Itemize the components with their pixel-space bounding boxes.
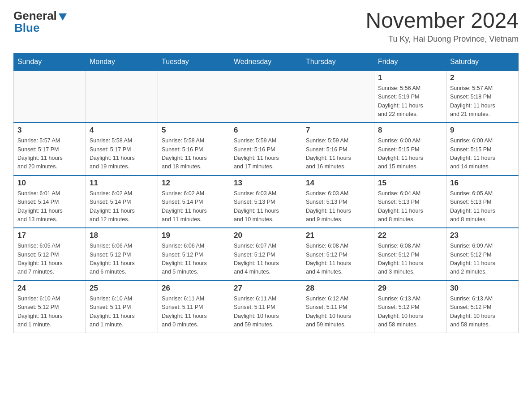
day-number: 24 [17, 284, 82, 293]
calendar-cell: 3Sunrise: 5:57 AMSunset: 5:17 PMDaylight… [14, 123, 86, 176]
calendar-week-row: 24Sunrise: 6:10 AMSunset: 5:12 PMDayligh… [14, 281, 519, 333]
calendar-cell: 13Sunrise: 6:03 AMSunset: 5:13 PMDayligh… [230, 176, 302, 228]
calendar-cell: 25Sunrise: 6:10 AMSunset: 5:11 PMDayligh… [86, 281, 158, 333]
calendar-cell: 23Sunrise: 6:09 AMSunset: 5:12 PMDayligh… [446, 228, 519, 281]
calendar-table: SundayMondayTuesdayWednesdayThursdayFrid… [13, 53, 519, 334]
day-number: 23 [450, 231, 515, 240]
day-number: 11 [90, 179, 154, 188]
calendar-cell: 6Sunrise: 5:59 AMSunset: 5:16 PMDaylight… [230, 123, 302, 176]
day-number: 3 [17, 126, 82, 135]
day-number: 12 [162, 179, 226, 188]
day-number: 27 [234, 284, 298, 293]
day-number: 25 [90, 284, 154, 293]
calendar-cell: 15Sunrise: 6:04 AMSunset: 5:13 PMDayligh… [374, 176, 446, 228]
day-info: Sunrise: 6:02 AMSunset: 5:14 PMDaylight:… [162, 189, 226, 224]
weekday-header-monday: Monday [86, 53, 158, 70]
day-number: 10 [17, 179, 82, 188]
calendar-cell [230, 70, 302, 123]
day-number: 28 [306, 284, 370, 293]
logo: General Blue [13, 9, 68, 35]
day-number: 2 [450, 73, 515, 82]
day-number: 17 [17, 231, 82, 240]
month-title: November 2024 [365, 9, 519, 33]
day-info: Sunrise: 5:58 AMSunset: 5:17 PMDaylight:… [90, 137, 154, 171]
day-number: 30 [450, 284, 515, 293]
day-info: Sunrise: 6:12 AMSunset: 5:11 PMDaylight:… [306, 295, 370, 330]
calendar-cell: 1Sunrise: 5:56 AMSunset: 5:19 PMDaylight… [374, 70, 446, 123]
day-number: 14 [306, 179, 370, 188]
weekday-header-saturday: Saturday [446, 53, 519, 70]
day-number: 6 [234, 126, 298, 135]
calendar-cell [86, 70, 158, 123]
day-number: 5 [162, 126, 226, 135]
calendar-week-row: 17Sunrise: 6:05 AMSunset: 5:12 PMDayligh… [14, 228, 519, 281]
day-number: 7 [306, 126, 370, 135]
day-info: Sunrise: 5:57 AMSunset: 5:18 PMDaylight:… [450, 84, 515, 119]
day-info: Sunrise: 6:08 AMSunset: 5:12 PMDaylight:… [306, 242, 370, 277]
weekday-header-friday: Friday [374, 53, 446, 70]
calendar-cell: 29Sunrise: 6:13 AMSunset: 5:12 PMDayligh… [374, 281, 446, 333]
day-info: Sunrise: 6:13 AMSunset: 5:12 PMDaylight:… [378, 295, 442, 330]
day-number: 8 [378, 126, 442, 135]
calendar-cell: 10Sunrise: 6:01 AMSunset: 5:14 PMDayligh… [14, 176, 86, 228]
day-info: Sunrise: 6:03 AMSunset: 5:13 PMDaylight:… [306, 189, 370, 224]
calendar-cell: 12Sunrise: 6:02 AMSunset: 5:14 PMDayligh… [158, 176, 230, 228]
day-number: 13 [234, 179, 298, 188]
day-info: Sunrise: 6:00 AMSunset: 5:15 PMDaylight:… [378, 137, 442, 171]
day-info: Sunrise: 6:13 AMSunset: 5:12 PMDaylight:… [450, 295, 515, 330]
calendar-cell: 16Sunrise: 6:05 AMSunset: 5:13 PMDayligh… [446, 176, 519, 228]
day-info: Sunrise: 5:56 AMSunset: 5:19 PMDaylight:… [378, 84, 442, 119]
calendar-cell: 26Sunrise: 6:11 AMSunset: 5:11 PMDayligh… [158, 281, 230, 333]
day-number: 20 [234, 231, 298, 240]
calendar-cell: 22Sunrise: 6:08 AMSunset: 5:12 PMDayligh… [374, 228, 446, 281]
day-number: 4 [90, 126, 154, 135]
day-info: Sunrise: 6:10 AMSunset: 5:11 PMDaylight:… [90, 295, 154, 330]
day-number: 22 [378, 231, 442, 240]
day-info: Sunrise: 6:07 AMSunset: 5:12 PMDaylight:… [234, 242, 298, 277]
calendar-cell [302, 70, 374, 123]
calendar-cell: 2Sunrise: 5:57 AMSunset: 5:18 PMDaylight… [446, 70, 519, 123]
day-info: Sunrise: 6:06 AMSunset: 5:12 PMDaylight:… [162, 242, 226, 277]
day-number: 29 [378, 284, 442, 293]
calendar-cell: 28Sunrise: 6:12 AMSunset: 5:11 PMDayligh… [302, 281, 374, 333]
weekday-header-tuesday: Tuesday [158, 53, 230, 70]
day-number: 19 [162, 231, 226, 240]
day-info: Sunrise: 6:01 AMSunset: 5:14 PMDaylight:… [17, 189, 82, 224]
day-info: Sunrise: 6:02 AMSunset: 5:14 PMDaylight:… [90, 189, 154, 224]
day-number: 15 [378, 179, 442, 188]
svg-marker-0 [59, 13, 67, 21]
day-info: Sunrise: 6:11 AMSunset: 5:11 PMDaylight:… [162, 295, 226, 330]
title-section: November 2024 Tu Ky, Hai Duong Province,… [365, 9, 519, 44]
calendar-cell: 14Sunrise: 6:03 AMSunset: 5:13 PMDayligh… [302, 176, 374, 228]
calendar-cell: 27Sunrise: 6:11 AMSunset: 5:11 PMDayligh… [230, 281, 302, 333]
calendar-week-row: 10Sunrise: 6:01 AMSunset: 5:14 PMDayligh… [14, 176, 519, 228]
location-subtitle: Tu Ky, Hai Duong Province, Vietnam [365, 34, 519, 44]
day-number: 26 [162, 284, 226, 293]
calendar-cell: 9Sunrise: 6:00 AMSunset: 5:15 PMDaylight… [446, 123, 519, 176]
day-info: Sunrise: 6:08 AMSunset: 5:12 PMDaylight:… [378, 242, 442, 277]
day-number: 1 [378, 73, 442, 82]
calendar-cell: 19Sunrise: 6:06 AMSunset: 5:12 PMDayligh… [158, 228, 230, 281]
day-info: Sunrise: 6:11 AMSunset: 5:11 PMDaylight:… [234, 295, 298, 330]
day-info: Sunrise: 6:10 AMSunset: 5:12 PMDaylight:… [17, 295, 82, 330]
page-header: General Blue November 2024 Tu Ky, Hai Du… [13, 9, 519, 44]
calendar-cell: 18Sunrise: 6:06 AMSunset: 5:12 PMDayligh… [86, 228, 158, 281]
day-number: 16 [450, 179, 515, 188]
weekday-header-wednesday: Wednesday [230, 53, 302, 70]
day-info: Sunrise: 5:59 AMSunset: 5:16 PMDaylight:… [234, 137, 298, 171]
calendar-cell: 21Sunrise: 6:08 AMSunset: 5:12 PMDayligh… [302, 228, 374, 281]
day-info: Sunrise: 6:06 AMSunset: 5:12 PMDaylight:… [90, 242, 154, 277]
day-info: Sunrise: 6:09 AMSunset: 5:12 PMDaylight:… [450, 242, 515, 277]
day-info: Sunrise: 6:05 AMSunset: 5:13 PMDaylight:… [450, 189, 515, 224]
day-info: Sunrise: 6:03 AMSunset: 5:13 PMDaylight:… [234, 189, 298, 224]
calendar-cell: 24Sunrise: 6:10 AMSunset: 5:12 PMDayligh… [14, 281, 86, 333]
day-info: Sunrise: 6:00 AMSunset: 5:15 PMDaylight:… [450, 137, 515, 171]
calendar-week-row: 1Sunrise: 5:56 AMSunset: 5:19 PMDaylight… [14, 70, 519, 123]
calendar-cell: 5Sunrise: 5:58 AMSunset: 5:16 PMDaylight… [158, 123, 230, 176]
calendar-cell: 8Sunrise: 6:00 AMSunset: 5:15 PMDaylight… [374, 123, 446, 176]
day-info: Sunrise: 6:05 AMSunset: 5:12 PMDaylight:… [17, 242, 82, 277]
logo-blue: Blue [14, 21, 39, 35]
calendar-cell: 30Sunrise: 6:13 AMSunset: 5:12 PMDayligh… [446, 281, 519, 333]
calendar-cell: 17Sunrise: 6:05 AMSunset: 5:12 PMDayligh… [14, 228, 86, 281]
day-number: 9 [450, 126, 515, 135]
